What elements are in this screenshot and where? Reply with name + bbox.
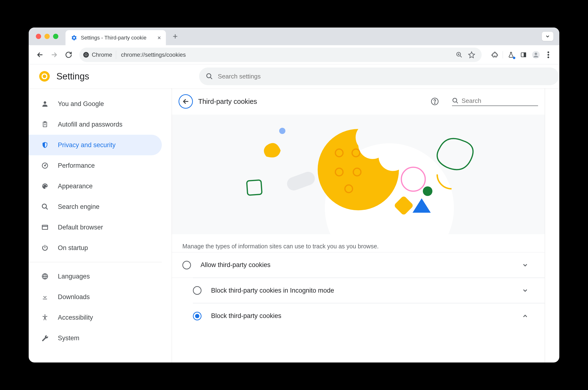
svg-point-23	[434, 103, 435, 104]
radio-icon	[182, 261, 191, 269]
svg-rect-5	[524, 53, 526, 57]
sidebar-item-default-browser[interactable]: Default browser	[29, 217, 162, 238]
content-back-button[interactable]	[179, 94, 193, 109]
sidebar-item-label: Performance	[58, 162, 95, 169]
url-text: chrome://settings/cookies	[121, 51, 453, 58]
radio-icon	[193, 286, 201, 295]
site-chip[interactable]: Chrome	[83, 50, 116, 59]
accessibility-icon	[41, 313, 49, 322]
labs-flask-icon[interactable]	[505, 49, 517, 60]
content-header: Third-party cookies	[172, 88, 545, 115]
search-icon	[41, 202, 49, 211]
settings-header: Settings	[29, 64, 559, 88]
option-label: Allow third-party cookies	[200, 261, 521, 269]
download-icon	[41, 292, 49, 301]
svg-point-35	[423, 186, 432, 196]
sidebar-divider	[29, 262, 162, 262]
svg-point-21	[44, 315, 46, 316]
sidebar-item-privacy-security[interactable]: Privacy and security	[29, 135, 162, 155]
sidebar-item-downloads[interactable]: Downloads	[29, 287, 162, 307]
sidebar-item-label: Languages	[58, 273, 90, 280]
settings-search[interactable]	[199, 67, 559, 85]
svg-point-12	[207, 74, 211, 78]
chrome-menu-icon[interactable]	[543, 49, 554, 60]
content-title: Third-party cookies	[198, 98, 425, 105]
content-pane: Third-party cookies	[172, 88, 545, 362]
extensions-icon[interactable]	[489, 49, 500, 60]
sidebar-item-label: Accessibility	[58, 314, 93, 321]
svg-rect-28	[285, 170, 317, 192]
search-icon	[452, 98, 459, 104]
svg-point-9	[548, 54, 549, 55]
browser-window-icon	[41, 223, 49, 232]
clipboard-icon	[41, 120, 49, 129]
sidebar-item-label: System	[58, 335, 79, 342]
bookmark-star-icon[interactable]	[466, 49, 477, 60]
sidebar-item-on-startup[interactable]: On startup	[29, 238, 162, 258]
svg-rect-15	[44, 125, 46, 125]
radio-icon	[193, 312, 201, 320]
content-description: Manage the types of information sites ca…	[172, 234, 545, 252]
sidebar-item-accessibility[interactable]: Accessibility	[29, 307, 162, 328]
tabs-dropdown-button[interactable]	[542, 32, 553, 41]
option-allow-third-party[interactable]: Allow third-party cookies	[172, 252, 545, 278]
svg-point-11	[42, 74, 47, 79]
chevron-down-icon[interactable]	[521, 261, 529, 269]
power-icon	[41, 244, 49, 252]
settings-gear-icon	[71, 35, 78, 41]
option-label: Block third-party cookies	[211, 312, 521, 320]
sidebar-item-you-and-google[interactable]: You and Google	[29, 94, 162, 114]
sidebar-item-search-engine[interactable]: Search engine	[29, 196, 162, 217]
canary-logo-icon	[39, 71, 50, 82]
new-tab-button[interactable]	[169, 30, 181, 42]
sidebar-item-languages[interactable]: Languages	[29, 266, 162, 287]
svg-point-8	[548, 51, 549, 53]
content-search[interactable]	[452, 97, 538, 106]
chevron-up-icon[interactable]	[521, 312, 529, 320]
browser-tab[interactable]: Settings - Third-party cookie	[66, 30, 166, 45]
back-button[interactable]	[34, 49, 46, 61]
svg-rect-27	[247, 180, 262, 195]
tab-title: Settings - Third-party cookie	[81, 35, 156, 41]
svg-point-10	[548, 56, 549, 58]
speedometer-icon	[41, 161, 49, 170]
option-label: Block third-party cookies in Incognito m…	[211, 287, 521, 294]
settings-title: Settings	[56, 71, 89, 82]
option-block-third-party[interactable]: Block third-party cookies	[193, 303, 545, 329]
help-icon[interactable]	[430, 97, 439, 106]
sidebar-item-autofill[interactable]: Autofill and passwords	[29, 114, 162, 135]
maximize-window-button[interactable]	[53, 34, 58, 39]
minimize-window-button[interactable]	[44, 34, 50, 39]
sidebar-item-label: Search engine	[58, 203, 99, 211]
forward-button[interactable]	[48, 49, 60, 61]
sidebar-item-label: You and Google	[58, 100, 104, 108]
option-block-incognito[interactable]: Block third-party cookies in Incognito m…	[193, 278, 545, 303]
close-window-button[interactable]	[36, 34, 41, 39]
address-bar[interactable]: Chrome chrome://settings/cookies	[79, 48, 482, 62]
tab-close-icon[interactable]	[156, 35, 162, 41]
browser-window: Settings - Third-party cookie Chrome	[29, 28, 559, 362]
profile-avatar-icon[interactable]	[530, 49, 542, 60]
svg-point-26	[279, 128, 285, 134]
zoom-icon[interactable]	[453, 49, 465, 60]
svg-point-24	[453, 98, 457, 102]
sidebar-item-label: Privacy and security	[58, 142, 116, 149]
chevron-down-icon[interactable]	[521, 286, 529, 295]
svg-point-13	[44, 101, 46, 104]
shield-icon	[41, 141, 49, 149]
reload-button[interactable]	[63, 49, 75, 61]
tab-strip: Settings - Third-party cookie	[29, 28, 559, 45]
sidebar-item-appearance[interactable]: Appearance	[29, 176, 162, 196]
side-panel-icon[interactable]	[518, 49, 529, 60]
chrome-icon	[83, 51, 89, 58]
sidebar-item-performance[interactable]: Performance	[29, 155, 162, 176]
site-chip-label: Chrome	[92, 51, 112, 58]
cookie-options-list: Allow third-party cookies Block third-pa…	[172, 252, 545, 329]
settings-body: You and Google Autofill and passwords Pr…	[29, 88, 559, 362]
sidebar-item-label: Default browser	[58, 224, 103, 231]
toolbar-divider	[503, 51, 503, 58]
settings-search-input[interactable]	[218, 73, 552, 80]
sidebar-item-system[interactable]: System	[29, 328, 162, 348]
svg-point-17	[44, 165, 45, 166]
content-search-input[interactable]	[462, 97, 538, 104]
